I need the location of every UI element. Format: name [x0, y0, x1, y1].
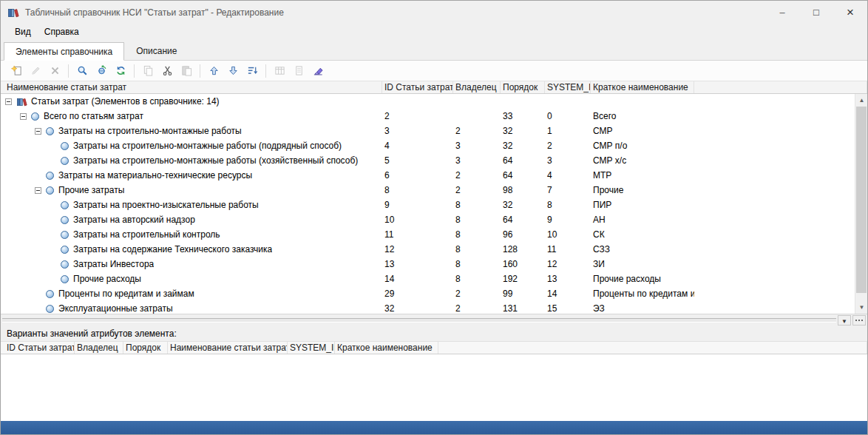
refresh-icon: [115, 65, 126, 76]
cell-system_id: 15: [545, 303, 591, 314]
scroll-up-button[interactable]: [855, 94, 867, 107]
tree-row[interactable]: Прочие затраты82987Прочие: [1, 183, 855, 198]
minimize-icon: [779, 7, 784, 18]
paste-icon: [181, 65, 192, 76]
node-label: Затраты на проектно-изыскательные работы: [73, 200, 259, 210]
column-header[interactable]: Владелец: [75, 342, 123, 354]
cell-owner: 2: [453, 289, 501, 299]
collapse-icon[interactable]: [5, 98, 12, 105]
column-header[interactable]: Наименование статьи затрат: [1, 81, 382, 93]
tree-body: Статьи затрат (Элементов в справочнике: …: [1, 94, 867, 314]
column-header[interactable]: Владелец: [453, 81, 501, 93]
node-circle-icon: [46, 172, 54, 180]
node-circle-icon: [61, 142, 69, 150]
menu-help[interactable]: Справка: [38, 25, 86, 38]
menubar: ВидСправка: [1, 24, 867, 40]
splitter-down-button[interactable]: [838, 315, 851, 326]
cell-short_name: СМР: [591, 126, 694, 136]
cell-owner: 2: [453, 170, 501, 181]
tree-row[interactable]: Затраты на материально-технические ресур…: [1, 168, 855, 183]
app-window: Табличный справочник НСИ "Статьи затрат"…: [0, 0, 868, 435]
column-header[interactable]: Наименование статьи затрат: [168, 342, 288, 354]
tree-row[interactable]: Затраты на строительный контроль1189610С…: [1, 227, 855, 242]
add-icon: [11, 65, 22, 76]
column-header[interactable]: Краткое наименование: [335, 342, 438, 354]
node-circle-icon: [46, 290, 54, 298]
tree-grid: Наименование статьи затратID Статьи затр…: [1, 81, 867, 314]
node-label: Затраты на строительно-монтажные работы …: [73, 155, 358, 166]
tree-row[interactable]: Затраты на содержание Технического заказ…: [1, 242, 855, 257]
node-label: Эксплуатационные затраты: [58, 303, 173, 314]
column-header[interactable]: Порядок: [123, 342, 168, 354]
tab-elements[interactable]: Элементы справочника: [4, 42, 124, 61]
column-header[interactable]: ID Статьи затрат: [1, 342, 75, 354]
move-down-button[interactable]: [224, 62, 242, 79]
grip-icon: [855, 320, 857, 321]
cell-system_id: 7: [545, 185, 591, 195]
tree-row[interactable]: Затраты на строительно-монтажные работы3…: [1, 124, 855, 138]
tab-description[interactable]: Описание: [124, 41, 189, 60]
scroll-thumb[interactable]: [856, 107, 867, 293]
column-header[interactable]: Краткое наименование: [591, 81, 694, 93]
sort-button[interactable]: [243, 62, 261, 79]
clear-button[interactable]: [309, 62, 327, 79]
tree-row[interactable]: Затраты на проектно-изыскательные работы…: [1, 198, 855, 212]
cell-short_name: Прочие: [591, 185, 694, 195]
column-header[interactable]: SYSTEM_ID: [288, 342, 335, 354]
add-button[interactable]: [7, 62, 25, 79]
collapse-icon[interactable]: [35, 187, 41, 194]
detail-label-bar: Варианты значений атрибутов элемента:: [1, 326, 867, 342]
paste-button: [177, 62, 195, 79]
tree-row[interactable]: Затраты Инвестора13816012ЗИ: [1, 257, 855, 272]
cell-owner: 8: [453, 215, 501, 225]
tree-row[interactable]: Всего по статьям затрат2330Всего: [1, 109, 855, 124]
tree-row[interactable]: Затраты на авторский надзор108649АН: [1, 212, 855, 227]
node-label: Затраты на материально-технические ресур…: [58, 170, 252, 181]
vertical-scrollbar[interactable]: [855, 94, 867, 314]
sync-button[interactable]: [92, 62, 110, 79]
tree-row[interactable]: Эксплуатационные затраты32213115ЭЗ: [1, 301, 855, 314]
cell-id: 3: [382, 126, 453, 136]
down-arrow-icon: [841, 315, 847, 326]
cell-system_id: 2: [545, 141, 591, 151]
splitter-bar[interactable]: [1, 314, 867, 326]
collapse-icon[interactable]: [20, 113, 27, 120]
cell-order: 32: [501, 126, 545, 136]
copy-page-button: [290, 62, 308, 79]
edit-icon: [30, 65, 41, 76]
move-down-icon: [228, 65, 239, 76]
node-circle-icon: [61, 157, 69, 165]
column-header[interactable]: SYSTEM_ID: [545, 81, 591, 93]
move-up-button[interactable]: [205, 62, 223, 79]
cell-short_name: СЗЗ: [591, 244, 694, 254]
tree-row[interactable]: Проценты по кредитам и займам2929914Проц…: [1, 286, 855, 301]
window-controls: [765, 1, 867, 24]
splitter-grip-button[interactable]: [852, 315, 866, 326]
column-header[interactable]: Порядок: [501, 81, 545, 93]
tree-row[interactable]: Затраты на строительно-монтажные работы …: [1, 153, 855, 168]
minimize-button[interactable]: [765, 1, 799, 24]
collapse-icon[interactable]: [35, 128, 41, 135]
scroll-down-button[interactable]: [855, 301, 867, 314]
reference-book-icon: [16, 96, 27, 107]
menu-view[interactable]: Вид: [8, 25, 38, 38]
column-header[interactable]: ID Статьи затрат: [382, 81, 453, 93]
tree-root-row[interactable]: Статьи затрат (Элементов в справочнике: …: [1, 94, 855, 109]
cell-owner: 8: [453, 274, 501, 284]
refresh-button[interactable]: [112, 62, 129, 79]
tree-row[interactable]: Прочие расходы14819213Прочие расходы: [1, 272, 855, 286]
node-circle-icon: [61, 201, 69, 209]
node-label: Затраты на строительно-монтажные работы …: [73, 141, 342, 151]
maximize-button[interactable]: [799, 1, 833, 24]
close-button[interactable]: [833, 1, 867, 24]
cell-owner: 2: [453, 185, 501, 195]
cell-order: 32: [501, 200, 545, 210]
cell-id: 13: [382, 259, 453, 269]
cut-button[interactable]: [158, 62, 176, 79]
tree-row[interactable]: Затраты на строительно-монтажные работы …: [1, 138, 855, 153]
cell-system_id: 12: [545, 259, 591, 269]
search-button[interactable]: [73, 62, 91, 79]
cell-order: 192: [501, 274, 545, 284]
node-label: Всего по статьям затрат: [44, 111, 143, 121]
splitter-groove[interactable]: [2, 318, 836, 323]
